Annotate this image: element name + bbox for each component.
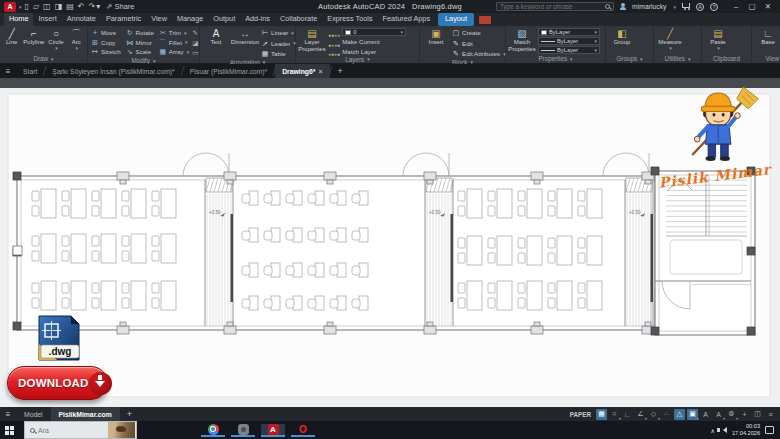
undo-icon[interactable]: ↶ <box>78 3 85 11</box>
base-tool[interactable]: ∟Base <box>755 28 780 46</box>
polyline-tool[interactable]: ⌐Polyline <box>23 28 44 46</box>
mirror-tool[interactable]: ⋈Mirror <box>126 38 154 48</box>
taskbar-app-opera[interactable]: O <box>291 424 315 437</box>
layout-menu-icon[interactable]: ≡ <box>0 407 16 421</box>
properties-panel-title[interactable]: Properties▾ <box>506 54 605 63</box>
search-highlight-thumbnail[interactable] <box>108 422 135 438</box>
offset-icon[interactable]: ▭ <box>192 48 198 57</box>
search-icon[interactable] <box>605 4 610 9</box>
table-tool[interactable]: ▦Table <box>261 49 296 59</box>
taskbar-app-chrome[interactable] <box>201 424 225 437</box>
file-tab-ark-s-yleyen-i-nsan-pislikmimar-com[interactable]: Şarkı Söyleyen İnsan (PislikMimar.com)* <box>45 64 181 78</box>
group-tool[interactable]: ◧Group <box>609 28 635 46</box>
view-panel-title[interactable]: View▾ <box>752 54 780 63</box>
text-tool[interactable]: AText <box>203 28 229 46</box>
stretch-tool[interactable]: ↦Stretch <box>91 47 121 57</box>
redo-icon[interactable]: ↷▾ <box>88 3 100 11</box>
annotation-autoscale-icon[interactable]: A▾ <box>713 409 724 420</box>
notifications-icon[interactable] <box>765 426 774 434</box>
ribbon-tab-output[interactable]: Output <box>208 13 240 26</box>
help-search-box[interactable] <box>496 2 614 11</box>
object-snap-icon[interactable]: ▣▾ <box>687 409 698 420</box>
paste-tool[interactable]: ▤Paste▾ <box>705 28 731 51</box>
edit-tool[interactable]: ✎Edit <box>452 39 506 49</box>
save-icon[interactable]: ◫ <box>43 3 51 11</box>
layers-panel-title[interactable]: Layers▾ <box>296 56 419 63</box>
download-button[interactable]: DOWNLOAD <box>7 366 108 400</box>
annotation-visibility-icon[interactable]: A <box>700 409 711 420</box>
array-tool[interactable]: ▦Array▾ <box>159 47 189 57</box>
new-drawing-button[interactable]: + <box>331 64 350 78</box>
ribbon-tab-manage[interactable]: Manage <box>172 13 208 26</box>
layer-select[interactable]: 0 ▾ <box>342 28 406 36</box>
new-file-icon[interactable]: ▯ <box>25 3 29 11</box>
taskbar-search-input[interactable] <box>38 427 105 434</box>
cart-icon[interactable] <box>682 3 690 8</box>
erase-icon[interactable]: ✎ <box>192 28 198 37</box>
grid-icon[interactable]: ▦ <box>596 409 607 420</box>
polar-tracking-icon[interactable]: ∠▾ <box>635 409 646 420</box>
move-tool[interactable]: +Move <box>91 28 121 38</box>
draw-panel-title[interactable]: Draw▾ <box>0 54 87 63</box>
scale-tool[interactable]: ↘Scale <box>126 47 154 57</box>
file-tab-pisuar-pislikmimar-com[interactable]: Pisuar (PislikMimar.com)* <box>183 64 274 78</box>
drawing-canvas[interactable]: +0.50+0.50+0.50 <box>0 78 780 407</box>
ribbon-tab-insert[interactable]: Insert <box>33 13 61 26</box>
ribbon-tab-home[interactable]: Home <box>4 13 33 26</box>
arc-tool[interactable]: ⌒Arc▾ <box>68 28 85 51</box>
ribbon-tab-layout[interactable]: Layout <box>438 13 474 26</box>
groups-panel-title[interactable]: Groups▾ <box>606 54 653 63</box>
copy-tool[interactable]: ⊞Copy <box>91 38 121 48</box>
help-icon[interactable]: ? <box>710 3 718 11</box>
circle-tool[interactable]: ○Circle▾ <box>47 28 64 51</box>
close-button[interactable]: ✕ <box>760 2 776 11</box>
ortho-icon[interactable]: ∟ <box>622 409 633 420</box>
clock[interactable]: 00:03 17.04.2026 <box>732 423 760 436</box>
autodesk-app-icon[interactable]: A <box>696 3 704 11</box>
object-color-select[interactable]: ByLayer▾ <box>538 28 600 36</box>
new-layout-button[interactable]: + <box>120 407 139 421</box>
paper-space-indicator[interactable]: PAPER <box>570 411 591 418</box>
insert-tool[interactable]: ▣Insert <box>423 28 449 46</box>
taskbar-app-game[interactable] <box>231 424 255 437</box>
dynamic-input-icon[interactable]: △ <box>674 409 685 420</box>
user-menu-arrow-icon[interactable]: ▾ <box>673 4 676 10</box>
fillet-tool[interactable]: ⌒Fillet▾ <box>159 38 189 48</box>
ribbon-tab-parametric[interactable]: Parametric <box>101 13 146 26</box>
create-tool[interactable]: ▢Create <box>452 28 506 38</box>
file-tab-start[interactable]: Start <box>16 64 44 78</box>
taskbar-search-box[interactable] <box>24 421 137 439</box>
tray-expand-icon[interactable]: ∧ <box>711 427 715 434</box>
interface-icon[interactable] <box>479 16 491 24</box>
isometric-drafting-icon[interactable]: ◇▾ <box>648 409 659 420</box>
measure-tool[interactable]: ╱Measure▾ <box>657 28 683 51</box>
start-button[interactable] <box>0 421 24 439</box>
layout-tab-model[interactable]: Model <box>16 407 51 421</box>
line-tool[interactable]: ╱Line <box>3 28 20 46</box>
help-search-input[interactable] <box>500 3 602 10</box>
rotate-tool[interactable]: ↻Rotate <box>126 28 154 38</box>
workspace-switching-icon[interactable]: ⚙▾ <box>726 409 737 420</box>
ribbon-tab-collaborate[interactable]: Collaborate <box>275 13 322 26</box>
ribbon-tab-featured-apps[interactable]: Featured Apps <box>378 13 435 26</box>
match-layer-tool[interactable]: Match Layer <box>342 48 376 55</box>
leader-tool[interactable]: ↗Leader▾ <box>261 39 296 49</box>
taskbar-app-autocad[interactable]: A <box>261 424 285 437</box>
trim-tool[interactable]: ✂Trim▾ <box>159 28 189 38</box>
ribbon-tab-annotate[interactable]: Annotate <box>62 13 101 26</box>
make-current-tool[interactable]: Make Current <box>342 38 379 45</box>
dimension-tool[interactable]: ↔Dimension <box>232 28 258 46</box>
save-as-icon[interactable]: ◨ <box>55 3 63 11</box>
layer-properties-tool[interactable]: ▤ Layer Properties <box>299 28 325 52</box>
lineweight-select[interactable]: ByLayer▾ <box>538 37 600 45</box>
annotation-monitor-icon[interactable]: + <box>739 409 750 420</box>
user-icon[interactable] <box>620 7 626 10</box>
graphics-performance-icon[interactable]: ◫ <box>752 409 763 420</box>
maximize-button[interactable]: ▢ <box>744 2 760 11</box>
plot-icon[interactable]: ▤ <box>66 3 74 11</box>
file-tab-drawing6[interactable]: Drawing6*× <box>275 64 329 78</box>
explode-icon[interactable]: ◪ <box>192 38 198 47</box>
minimize-button[interactable]: – <box>728 2 744 11</box>
app-menu-arrow-icon[interactable]: ▾ <box>19 4 22 10</box>
edit-attributes-tool[interactable]: ✎Edit Attributes▾ <box>452 49 506 59</box>
